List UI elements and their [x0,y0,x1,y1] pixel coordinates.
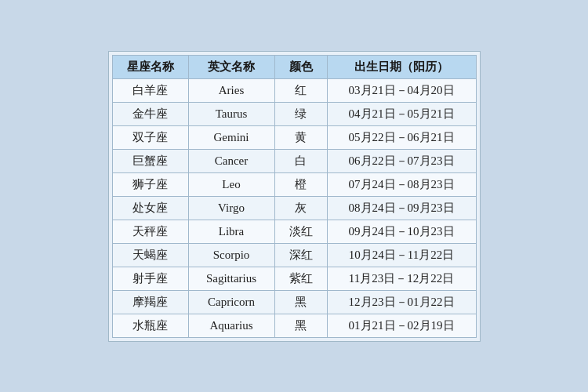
cell-chinese: 水瓶座 [112,314,188,337]
cell-color: 紫红 [274,267,327,290]
cell-english: Taurus [188,102,274,125]
cell-date: 06月22日－07月23日 [327,149,476,172]
table-row: 水瓶座Aquarius黑01月21日－02月19日 [112,314,476,337]
cell-color: 红 [274,78,327,102]
cell-english: Leo [188,172,274,196]
cell-color: 灰 [274,196,327,220]
table-row: 巨蟹座Cancer白06月22日－07月23日 [112,149,476,172]
table-row: 双子座Gemini黄05月22日－06月21日 [112,125,476,149]
cell-color: 黑 [274,290,327,314]
cell-english: Gemini [188,125,274,149]
cell-chinese: 摩羯座 [112,290,188,314]
cell-date: 04月21日－05月21日 [327,102,476,125]
cell-date: 01月21日－02月19日 [327,314,476,337]
cell-color: 深红 [274,243,327,267]
cell-english: Sagittarius [188,267,274,290]
table-row: 处女座Virgo灰08月24日－09月23日 [112,196,476,220]
cell-english: Virgo [188,196,274,220]
cell-color: 绿 [274,102,327,125]
cell-chinese: 处女座 [112,196,188,220]
cell-date: 03月21日－04月20日 [327,78,476,102]
cell-date: 09月24日－10月23日 [327,220,476,243]
header-date: 出生日期（阳历） [327,55,476,78]
cell-date: 11月23日－12月22日 [327,267,476,290]
cell-english: Aries [188,78,274,102]
table-row: 天蝎座Scorpio深红10月24日－11月22日 [112,243,476,267]
cell-color: 白 [274,149,327,172]
cell-date: 10月24日－11月22日 [327,243,476,267]
table-row: 摩羯座Capricorn黑12月23日－01月22日 [112,290,476,314]
cell-english: Aquarius [188,314,274,337]
cell-color: 橙 [274,172,327,196]
zodiac-table: 星座名称 英文名称 颜色 出生日期（阳历） 白羊座Aries红03月21日－04… [112,55,477,338]
cell-color: 黄 [274,125,327,149]
cell-color: 黑 [274,314,327,337]
header-chinese: 星座名称 [112,55,188,78]
cell-date: 12月23日－01月22日 [327,290,476,314]
cell-english: Cancer [188,149,274,172]
table-row: 射手座Sagittarius紫红11月23日－12月22日 [112,267,476,290]
zodiac-table-container: 星座名称 英文名称 颜色 出生日期（阳历） 白羊座Aries红03月21日－04… [108,51,481,342]
table-row: 狮子座Leo橙07月24日－08月23日 [112,172,476,196]
table-row: 白羊座Aries红03月21日－04月20日 [112,78,476,102]
cell-english: Libra [188,220,274,243]
cell-english: Capricorn [188,290,274,314]
cell-date: 05月22日－06月21日 [327,125,476,149]
cell-date: 08月24日－09月23日 [327,196,476,220]
table-body: 白羊座Aries红03月21日－04月20日金牛座Taurus绿04月21日－0… [112,78,476,337]
cell-chinese: 双子座 [112,125,188,149]
table-row: 金牛座Taurus绿04月21日－05月21日 [112,102,476,125]
cell-chinese: 金牛座 [112,102,188,125]
cell-english: Scorpio [188,243,274,267]
cell-chinese: 天秤座 [112,220,188,243]
cell-chinese: 狮子座 [112,172,188,196]
header-english: 英文名称 [188,55,274,78]
table-header-row: 星座名称 英文名称 颜色 出生日期（阳历） [112,55,476,78]
header-color: 颜色 [274,55,327,78]
cell-chinese: 白羊座 [112,78,188,102]
table-row: 天秤座Libra淡红09月24日－10月23日 [112,220,476,243]
cell-color: 淡红 [274,220,327,243]
cell-date: 07月24日－08月23日 [327,172,476,196]
cell-chinese: 巨蟹座 [112,149,188,172]
cell-chinese: 天蝎座 [112,243,188,267]
cell-chinese: 射手座 [112,267,188,290]
